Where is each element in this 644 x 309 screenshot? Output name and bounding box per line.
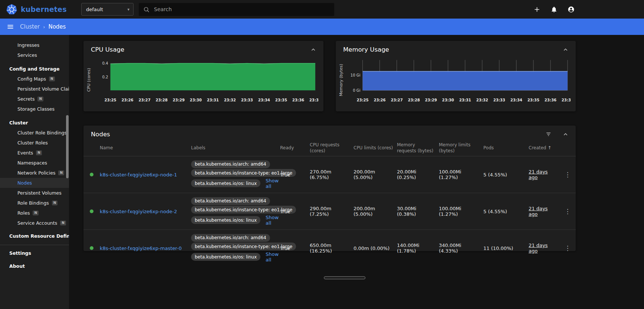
status-cell: [83, 173, 100, 176]
show-all-link[interactable]: Show all: [266, 178, 279, 189]
pods-cell: 5 (4.55%): [483, 172, 529, 178]
ready-cell: True: [280, 209, 310, 214]
collapse-memory-card-button[interactable]: [562, 46, 569, 53]
svg-text:23:34: 23:34: [258, 98, 270, 102]
memory-usage-title: Memory Usage: [343, 46, 389, 53]
column-header-cpu-limits-cores[interactable]: CPU limits (cores): [354, 143, 397, 153]
column-header-created[interactable]: Created ↑: [529, 143, 559, 153]
sidebar-divider: [0, 245, 69, 245]
node-name-link[interactable]: k8s-cluster-fxqgiyize6xp-node-2: [100, 209, 177, 214]
search-input[interactable]: [154, 6, 330, 12]
sidebar-item-events[interactable]: EventsN: [0, 148, 69, 158]
sidebar-item-about[interactable]: About: [0, 261, 69, 271]
column-actions: [559, 146, 576, 150]
sidebar-item-persistent-volumes[interactable]: Persistent Volumes: [0, 188, 69, 198]
label-chip-row: beta.kubernetes.io/arch: amd64: [191, 197, 276, 205]
table-header-row: NameLabelsReadyCPU requests (cores)CPU l…: [83, 139, 576, 156]
node-name-link[interactable]: k8s-cluster-fxqgiyize6xp-master-0: [100, 245, 182, 251]
svg-text:23:37: 23:37: [309, 98, 318, 102]
sidebar-item-namespaces[interactable]: Namespaces: [0, 158, 69, 168]
partial-bottom-element: [324, 276, 365, 279]
created-age: 21 days ago: [529, 169, 548, 180]
svg-text:23:25: 23:25: [356, 98, 368, 102]
column-header-name[interactable]: Name: [100, 143, 191, 153]
search-bar[interactable]: [139, 3, 334, 16]
hamburger-icon: [7, 23, 14, 30]
svg-text:23:25: 23:25: [104, 98, 116, 102]
breadcrumb-bar: Cluster › Nodes: [0, 19, 644, 35]
sidebar-item-label: Config Maps: [17, 76, 46, 82]
breadcrumb: Cluster › Nodes: [20, 23, 66, 30]
account-button[interactable]: [567, 5, 575, 13]
sidebar-item-cluster-role-bindings[interactable]: Cluster Role Bindings: [0, 128, 69, 138]
row-actions-button[interactable]: ⋮: [562, 244, 574, 253]
label-chip: beta.kubernetes.io/os: linux: [191, 253, 260, 261]
created-cell: 21 days ago: [529, 243, 559, 254]
svg-text:0 Gi: 0 Gi: [353, 88, 360, 92]
column-header-memory-limits-bytes[interactable]: Memory limits (bytes): [439, 140, 483, 156]
sidebar-item-nodes[interactable]: Nodes: [0, 178, 69, 188]
svg-text:23:33: 23:33: [241, 98, 253, 102]
account-circle-icon: [568, 6, 575, 13]
sidebar-item-label: Nodes: [17, 180, 32, 186]
sidebar-item-role-bindings[interactable]: Role BindingsN: [0, 198, 69, 208]
filter-button[interactable]: [545, 130, 552, 138]
sidebar-item-network-policies[interactable]: Network PoliciesN: [0, 168, 69, 178]
show-all-link[interactable]: Show all: [266, 215, 279, 226]
search-icon: [143, 6, 150, 13]
column-header-labels[interactable]: Labels: [191, 143, 280, 153]
sidebar-item-storage-classes[interactable]: Storage Classes: [0, 104, 69, 114]
sidebar-scrollbar[interactable]: [66, 115, 69, 178]
chevron-up-icon: [310, 47, 316, 52]
row-actions-button[interactable]: ⋮: [562, 170, 574, 179]
sidebar-item-settings[interactable]: Settings: [0, 248, 69, 258]
column-header-ready[interactable]: Ready: [280, 143, 310, 153]
svg-text:23:31: 23:31: [207, 98, 219, 102]
column-status: [83, 146, 100, 150]
svg-text:23:35: 23:35: [528, 98, 539, 102]
create-resource-button[interactable]: [533, 5, 541, 13]
svg-text:23:29: 23:29: [425, 98, 437, 102]
sidebar-item-custom-resource-definitions[interactable]: Custom Resource Definitions: [0, 231, 69, 241]
column-header-cpu-requests-cores[interactable]: CPU requests (cores): [310, 140, 354, 156]
node-name-link[interactable]: k8s-cluster-fxqgiyize6xp-node-1: [100, 172, 177, 178]
svg-text:23:36: 23:36: [292, 98, 304, 102]
sidebar-item-secrets[interactable]: SecretsN: [0, 94, 69, 104]
sidebar-item-config-maps[interactable]: Config MapsN: [0, 74, 69, 84]
sidebar-item-cluster-roles[interactable]: Cluster Roles: [0, 138, 69, 148]
namespace-selector[interactable]: default ▾: [81, 3, 134, 16]
kubernetes-brand[interactable]: kubernetes: [6, 4, 69, 15]
sidebar-item-services[interactable]: Services: [0, 50, 69, 60]
breadcrumb-parent[interactable]: Cluster: [20, 23, 40, 30]
collapse-cpu-card-button[interactable]: [309, 46, 317, 53]
sidebar-item-ingresses[interactable]: Ingresses: [0, 40, 69, 50]
collapse-nodes-card-button[interactable]: [562, 130, 569, 138]
svg-text:0.2: 0.2: [102, 74, 108, 79]
svg-text:23:28: 23:28: [156, 98, 168, 102]
sidebar-item-label: Persistent Volumes: [17, 190, 62, 196]
sidebar-item-service-accounts[interactable]: Service AccountsN: [0, 218, 69, 228]
show-all-link[interactable]: Show all: [266, 251, 279, 263]
notifications-button[interactable]: [550, 5, 558, 13]
svg-text:23:34: 23:34: [510, 98, 522, 102]
status-ok-dot: [90, 173, 93, 176]
sidebar-item-roles[interactable]: RolesN: [0, 208, 69, 218]
sidebar-item-persistent-volume-claims[interactable]: Persistent Volume ClaimsN: [0, 84, 69, 94]
breadcrumb-current: Nodes: [48, 23, 66, 30]
menu-button[interactable]: [6, 22, 15, 31]
label-chip-row: beta.kubernetes.io/instance-type: eo1.la…: [191, 169, 276, 177]
sidebar-item-label: Services: [17, 52, 37, 58]
cpu-requests-cell: 270.00m (6.75%): [310, 169, 354, 180]
sort-ascending-icon: ↑: [548, 145, 551, 150]
svg-text:23:29: 23:29: [173, 98, 185, 102]
memory-chart-ylabel: Memory (bytes): [339, 57, 345, 103]
created-age: 21 days ago: [529, 206, 548, 217]
sidebar-item-label: Storage Classes: [17, 106, 55, 112]
column-header-memory-requests-bytes[interactable]: Memory requests (bytes): [397, 140, 439, 156]
column-header-pods[interactable]: Pods: [483, 143, 529, 153]
sidebar-item-label: Custom Resource Definitions: [9, 233, 69, 239]
cpu-requests-cell: 290.00m (7.25%): [310, 206, 354, 217]
cpu-usage-chart: 0.20.423:2523:2623:2723:2823:2923:3023:3…: [93, 57, 318, 103]
namespaced-badge: N: [36, 150, 42, 155]
row-actions-button[interactable]: ⋮: [562, 207, 574, 216]
